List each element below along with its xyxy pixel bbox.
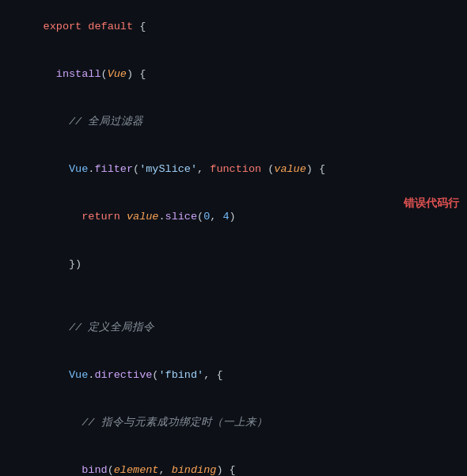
keyword: return — [82, 211, 120, 223]
comment: // 指令与元素成功绑定时（一上来） — [82, 417, 267, 428]
code-line: return value.slice(0, 4) — [5, 193, 467, 241]
keyword: function — [210, 163, 261, 175]
param: value — [274, 163, 306, 175]
function-name: install — [56, 68, 101, 80]
code-line: install(Vue) { — [5, 51, 467, 98]
method: slice — [165, 211, 198, 223]
code-line: Vue.filter('mySlice', function (value) { — [5, 146, 467, 193]
code-line: bind(element, binding) { — [5, 447, 467, 476]
code-line: // 定义全局指令 — [5, 304, 467, 352]
code-line: // 全局过滤器 — [5, 98, 467, 146]
code-line: export default { — [5, 3, 467, 51]
code-line — [5, 288, 467, 304]
param: value — [127, 211, 159, 223]
code-line: }) — [5, 241, 467, 288]
method: filter — [94, 163, 133, 175]
code-line: Vue.directive('fbind', { — [5, 352, 467, 399]
code-line: // 指令与元素成功绑定时（一上来） — [5, 399, 467, 447]
vue-obj: Vue — [69, 163, 88, 175]
number: 4 — [223, 211, 230, 223]
code-content: export default { install(Vue) { // 全局过滤器… — [0, 0, 467, 476]
comment: // 全局过滤器 — [69, 116, 143, 128]
keyword: export — [44, 21, 82, 32]
keyword: default — [88, 21, 133, 32]
string: 'fbind' — [158, 369, 203, 381]
comment: // 定义全局指令 — [69, 322, 154, 333]
param: binding — [172, 464, 217, 476]
param: Vue — [108, 68, 127, 80]
string: 'mySlice' — [139, 163, 197, 175]
code-editor: export default { install(Vue) { // 全局过滤器… — [0, 0, 467, 476]
param: element — [114, 464, 159, 476]
vue-obj: Vue — [69, 369, 88, 381]
function-name: bind — [82, 464, 107, 476]
method: directive — [94, 369, 152, 381]
